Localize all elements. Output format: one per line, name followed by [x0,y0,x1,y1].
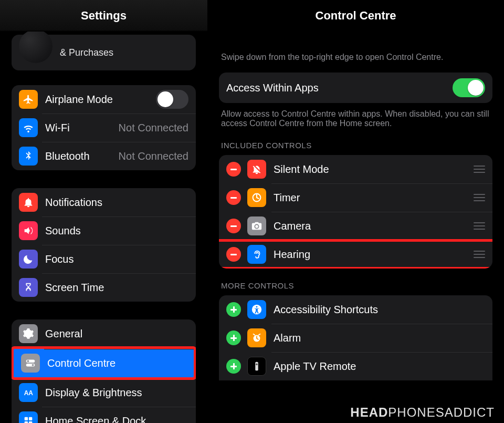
airplane-icon [19,90,38,109]
timer-icon [247,188,266,207]
more-controls-group: Accessibility Shortcuts Alarm Apple TV R… [219,295,492,380]
wifi-label: Wi-Fi [45,122,119,134]
add-button[interactable] [226,331,241,345]
svg-text:AA: AA [24,389,34,397]
row-notifications[interactable]: Notifications [12,188,196,216]
accessibility-shortcuts-label: Accessibility Shortcuts [274,304,485,316]
access-within-apps-group: Access Within Apps [219,73,492,103]
svg-rect-6 [29,417,32,420]
remote-icon [247,357,266,376]
more-controls-header: MORE CONTROLS [221,281,490,290]
wifi-value: Not Connected [119,122,188,134]
timer-label: Timer [274,192,472,204]
bluetooth-icon [19,147,38,166]
wifi-icon [19,118,38,137]
row-display-brightness[interactable]: AA Display & Brightness [12,378,196,407]
access-within-apps-toggle[interactable] [453,78,485,97]
svg-rect-5 [25,417,28,420]
sounds-label: Sounds [45,225,188,237]
bell-slash-icon [247,160,266,179]
svg-rect-13 [255,362,258,371]
ear-icon [247,245,266,264]
row-sounds[interactable]: Sounds [12,216,196,245]
bluetooth-label: Bluetooth [45,150,119,162]
detail-title: Control Centre [214,0,498,32]
remove-button[interactable] [226,162,241,177]
access-within-apps-label: Access Within Apps [226,82,453,94]
alarm-label: Alarm [274,332,485,344]
included-controls-header: INCLUDED CONTROLS [221,141,490,150]
general-label: General [45,328,188,340]
apple-tv-remote-label: Apple TV Remote [274,360,485,373]
remove-button[interactable] [226,190,241,205]
aa-icon: AA [19,383,38,402]
alarm-icon [247,328,266,347]
camera-label: Camera [274,220,472,232]
row-focus[interactable]: Focus [12,245,196,273]
included-controls-group: Silent Mode Timer Camera [219,155,492,269]
connectivity-group: Airplane Mode Wi-Fi Not Connected Blueto… [12,85,196,170]
avatar [19,29,52,63]
silent-mode-label: Silent Mode [274,163,472,176]
row-screen-time[interactable]: Screen Time [12,273,196,302]
notifications-label: Notifications [45,197,188,209]
hearing-label: Hearing [274,249,472,261]
row-alarm[interactable]: Alarm [219,324,492,352]
row-home-screen[interactable]: Home Screen & Dock [12,407,196,423]
apple-id-card[interactable]: & Purchases [12,35,196,70]
row-timer[interactable]: Timer [219,183,492,212]
focus-label: Focus [45,253,188,265]
switches-icon [21,354,40,373]
notifications-group: Notifications Sounds Focus Screen Time [12,188,196,302]
accessibility-icon [247,300,266,319]
hourglass-icon [19,278,38,297]
home-screen-label: Home Screen & Dock [45,415,188,424]
gear-icon [19,324,38,343]
settings-title: Settings [0,0,207,32]
add-button[interactable] [226,302,241,317]
add-button[interactable] [226,359,241,374]
remove-button[interactable] [226,247,241,262]
camera-icon [247,216,266,235]
svg-point-3 [32,364,34,366]
drag-handle-icon[interactable] [472,222,485,230]
svg-point-14 [256,364,258,366]
row-wifi[interactable]: Wi-Fi Not Connected [12,114,196,142]
svg-point-11 [256,306,258,307]
control-centre-detail-pane: Control Centre Swipe down from the top-r… [207,0,504,423]
airplane-mode-toggle[interactable] [156,90,188,109]
row-silent-mode[interactable]: Silent Mode [219,155,492,183]
bluetooth-value: Not Connected [119,150,188,162]
control-centre-label: Control Centre [47,357,186,369]
svg-point-1 [27,360,29,362]
row-hearing[interactable]: Hearing [219,240,492,269]
general-group: General Control Centre AA Display & Brig… [12,319,196,423]
row-control-centre[interactable]: Control Centre [14,349,194,377]
settings-master-pane: Settings & Purchases Airplane Mode Wi-Fi… [0,0,207,423]
row-access-within-apps[interactable]: Access Within Apps [219,73,492,103]
bell-icon [19,193,38,212]
drag-handle-icon[interactable] [472,166,485,173]
access-within-apps-desc: Allow access to Control Centre within ap… [221,109,490,128]
screen-time-label: Screen Time [45,282,188,294]
grid-icon [19,411,38,423]
swipe-hint: Swipe down from the top-right edge to op… [221,53,490,62]
speaker-icon [19,221,38,240]
row-accessibility-shortcuts[interactable]: Accessibility Shortcuts [219,295,492,324]
moon-icon [19,250,38,269]
drag-handle-icon[interactable] [472,194,485,201]
drag-handle-icon[interactable] [472,251,485,258]
row-general[interactable]: General [12,319,196,348]
row-camera[interactable]: Camera [219,212,492,240]
display-brightness-label: Display & Brightness [45,387,188,399]
airplane-mode-label: Airplane Mode [45,94,156,106]
row-bluetooth[interactable]: Bluetooth Not Connected [12,142,196,170]
watermark: HEADPHONESADDICT [350,405,495,420]
remove-button[interactable] [226,219,241,233]
row-airplane-mode[interactable]: Airplane Mode [12,85,196,114]
row-apple-tv-remote[interactable]: Apple TV Remote [219,352,492,380]
apple-id-subtitle: & Purchases [60,47,113,58]
